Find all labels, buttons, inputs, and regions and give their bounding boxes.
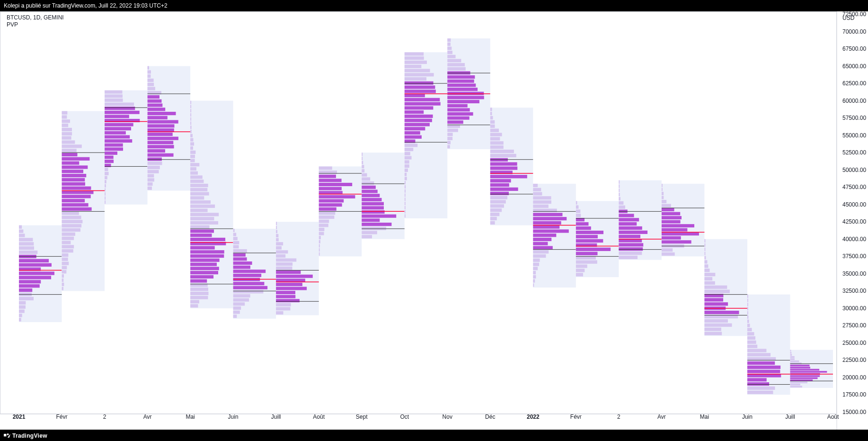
profile-bar <box>62 228 80 232</box>
chart-legend: BTCUSD, 1D, GEMINI PVP <box>7 14 64 28</box>
profile-bar <box>576 273 583 276</box>
profile-bar <box>662 236 681 240</box>
profile-bar <box>362 181 374 185</box>
profile-bar <box>662 252 675 256</box>
profile-bar <box>105 184 106 188</box>
profile-bar <box>233 298 249 302</box>
profile-bar <box>190 192 209 195</box>
profile-bar <box>148 137 178 140</box>
profile-bar <box>148 153 174 157</box>
profile-bar <box>276 250 288 253</box>
profile-bar <box>276 254 285 258</box>
profile-bar <box>490 204 504 207</box>
profile-bar <box>190 126 192 129</box>
profile-bar <box>447 104 468 108</box>
xaxis-tick: Juin <box>228 414 239 420</box>
profile-bar <box>148 174 154 177</box>
profile-bar <box>148 74 151 78</box>
profile-bar <box>533 213 562 216</box>
profile-bar <box>62 144 82 148</box>
profile-bar <box>276 307 290 310</box>
profile-bar <box>19 251 37 254</box>
profile-bar <box>362 169 364 172</box>
profile-bar <box>405 160 409 163</box>
xaxis-tick: 2022 <box>527 414 540 420</box>
profile-bar <box>19 234 25 237</box>
profile-bar <box>533 217 567 220</box>
profile-bar <box>276 222 277 225</box>
profile-bar <box>362 235 372 238</box>
profile-bar <box>447 145 450 148</box>
profile-bar <box>105 144 123 147</box>
profile-bar <box>190 180 204 183</box>
profile-bar <box>576 222 589 225</box>
profile-bar <box>790 356 794 358</box>
profile-bar <box>576 214 581 217</box>
profile-bar <box>747 345 757 348</box>
profile-bar <box>62 132 72 135</box>
profile-bar <box>704 277 712 280</box>
xaxis-tick: Août <box>827 414 839 420</box>
profile-bar <box>790 378 817 379</box>
profile-bar <box>190 117 191 121</box>
profile-bar <box>447 117 469 120</box>
profile-bar <box>662 212 680 216</box>
profile-bar <box>148 187 152 190</box>
profile-bar <box>405 152 410 155</box>
profile-bar <box>447 38 451 42</box>
xaxis-tick: Févr <box>570 414 582 420</box>
profile-bar <box>747 328 752 331</box>
profile-bar <box>533 229 568 233</box>
profile-bar <box>105 107 135 110</box>
profile-bar <box>533 250 549 253</box>
profile-bar <box>405 144 417 147</box>
profile-bar <box>447 129 458 132</box>
profile-bar <box>148 149 165 153</box>
profile-bar <box>405 156 412 159</box>
profile-bar <box>233 282 265 285</box>
profile-bar <box>619 222 637 225</box>
legend-symbol: BTCUSD, 1D, GEMINI <box>7 14 64 21</box>
profile-bar <box>704 289 730 293</box>
profile-bar <box>105 127 131 130</box>
profile-bar <box>704 269 709 272</box>
profile-bar <box>405 193 406 197</box>
price-chart-svg[interactable]: USD15000.0017500.0020000.0022500.0025000… <box>0 11 868 430</box>
profile-bar <box>148 87 155 90</box>
profile-bar <box>62 253 69 257</box>
profile-bar <box>276 267 292 270</box>
profile-bar <box>233 302 245 306</box>
yaxis-tick: 17500.00 <box>842 391 866 398</box>
profile-bar <box>405 110 424 114</box>
profile-bar <box>447 55 455 58</box>
profile-bar <box>405 65 422 68</box>
profile-bar <box>276 270 301 274</box>
profile-bar <box>447 120 463 124</box>
profile-bar <box>62 149 77 152</box>
profile-bar <box>233 274 261 277</box>
profile-bar <box>233 233 237 236</box>
profile-bar <box>62 178 85 181</box>
profile-bar <box>490 188 518 191</box>
profile-bar <box>62 153 78 156</box>
profile-bar <box>19 301 26 305</box>
profile-bar <box>190 250 224 253</box>
chart-area[interactable]: USD15000.0017500.0020000.0022500.0025000… <box>0 11 868 430</box>
profile-bar <box>190 159 195 162</box>
profile-bar <box>747 349 766 352</box>
profile-bar <box>233 241 239 244</box>
profile-bar <box>405 214 406 217</box>
profile-bar <box>405 177 407 180</box>
yaxis-tick: 25000.00 <box>842 340 866 346</box>
profile-bar <box>190 196 204 199</box>
profile-bar <box>190 221 218 225</box>
profile-bar <box>576 205 579 208</box>
profile-bar <box>62 165 88 169</box>
profile-bar <box>319 228 325 231</box>
xaxis-tick: Avr <box>143 414 152 420</box>
profile-bar <box>362 210 384 214</box>
profile-bar <box>190 292 208 295</box>
profile-bar <box>362 153 363 156</box>
profile-bar <box>105 152 117 155</box>
yaxis-tick: 67500.00 <box>842 45 866 52</box>
